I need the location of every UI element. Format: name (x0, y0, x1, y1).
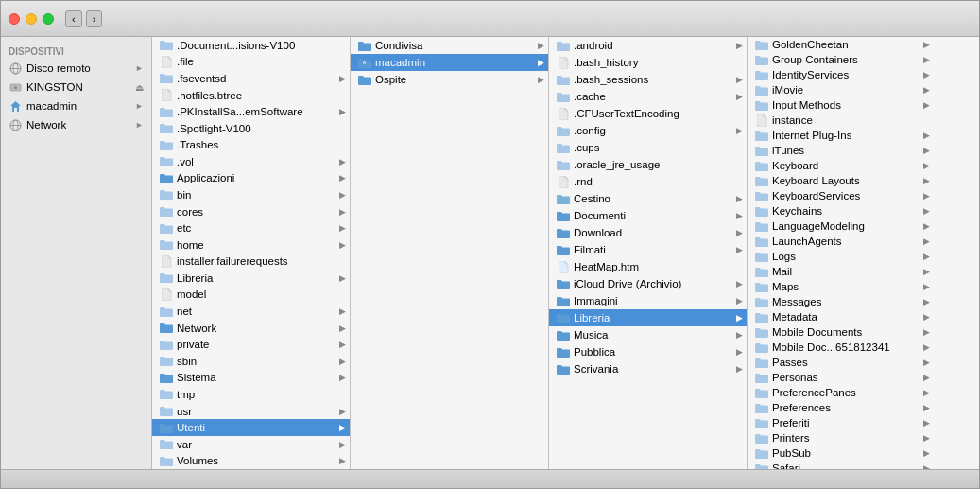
item-label: .Trashes (177, 139, 346, 150)
list-item[interactable]: Download▶ (549, 224, 747, 241)
list-item[interactable]: .cache▶ (549, 88, 747, 105)
list-item[interactable]: var▶ (152, 436, 350, 453)
list-item[interactable]: Sistema▶ (152, 370, 350, 387)
list-item[interactable]: IdentityServices▶ (748, 67, 934, 82)
list-item[interactable]: cores▶ (152, 203, 350, 220)
list-item[interactable]: .PKInstallSa...emSoftware▶ (152, 103, 350, 120)
maximize-button[interactable] (43, 13, 54, 25)
list-item[interactable]: Logs▶ (748, 249, 934, 264)
list-item[interactable]: Condivisa▶ (351, 37, 548, 54)
list-item[interactable]: private▶ (152, 336, 350, 353)
list-item[interactable]: .rnd (549, 173, 747, 190)
list-item[interactable]: Keyboard Layouts▶ (748, 173, 934, 188)
list-item[interactable]: .vol▶ (152, 153, 350, 170)
list-item[interactable]: .Spotlight-V100 (152, 120, 350, 137)
list-item[interactable]: usr▶ (152, 403, 350, 420)
list-item[interactable]: Libreria▶ (152, 270, 350, 287)
list-item[interactable]: Libreria▶ (549, 309, 747, 326)
list-item[interactable]: Preferiti▶ (748, 415, 934, 430)
list-item[interactable]: sbin▶ (152, 353, 350, 370)
list-item[interactable]: Personas▶ (748, 370, 934, 385)
list-item[interactable]: .file (152, 54, 350, 71)
sidebar-item-network[interactable]: Network ► (1, 115, 151, 134)
folder-icon (160, 271, 173, 285)
home-icon (9, 99, 22, 113)
list-item[interactable]: .config▶ (549, 122, 747, 139)
folder-icon (358, 39, 371, 52)
list-item[interactable]: .hotfiles.btree (152, 87, 350, 104)
list-item[interactable]: tmp (152, 386, 350, 403)
sidebar-label-macadmin: macadmin (26, 100, 77, 112)
list-item[interactable]: GoldenCheetan▶ (748, 37, 934, 52)
list-item[interactable]: Internet Plug-Ins▶ (748, 128, 934, 143)
list-item[interactable]: .cups (549, 139, 747, 156)
list-item[interactable]: Applicazioni▶ (152, 170, 350, 187)
list-item[interactable]: home▶ (152, 236, 350, 253)
list-item[interactable]: Mail▶ (748, 264, 934, 279)
close-button[interactable] (9, 13, 20, 25)
list-item[interactable]: HeatMap.htm (549, 258, 747, 275)
list-item[interactable]: Filmati▶ (549, 241, 747, 258)
list-item[interactable]: PubSub▶ (748, 445, 934, 461)
list-item[interactable]: Passes▶ (748, 355, 934, 370)
list-item[interactable]: Preferences▶ (748, 400, 934, 415)
list-item[interactable]: .CFUserTextEncoding (549, 105, 747, 122)
list-item[interactable]: iTunes▶ (748, 143, 934, 158)
list-item[interactable]: iMovie▶ (748, 82, 934, 97)
sidebar-item-disco-remoto[interactable]: Disco remoto ► (1, 59, 151, 78)
list-item[interactable]: bin▶ (152, 186, 350, 203)
sidebar-eject-kingston[interactable]: ⏏ (135, 82, 144, 93)
list-item[interactable]: Mobile Documents▶ (748, 324, 934, 340)
minimize-button[interactable] (26, 13, 37, 25)
file-icon (557, 107, 570, 120)
list-item[interactable]: Utenti▶ (152, 419, 350, 436)
list-item[interactable]: .bash_sessions▶ (549, 71, 747, 88)
list-item[interactable]: Printers▶ (748, 430, 934, 445)
chevron-right-icon: ▶ (923, 236, 930, 246)
list-item[interactable]: PreferencePanes▶ (748, 385, 934, 400)
back-button[interactable]: ‹ (65, 10, 82, 27)
item-label: .fseventsd (177, 73, 337, 84)
list-item[interactable]: Immagini▶ (549, 292, 747, 309)
list-item[interactable]: Scrivania▶ (549, 360, 747, 377)
list-item[interactable]: .bash_history (549, 54, 747, 71)
file-icon (557, 56, 570, 69)
list-item[interactable]: Musica▶ (549, 326, 747, 343)
folder-icon (557, 226, 570, 239)
list-item[interactable]: model (152, 287, 350, 304)
list-item[interactable]: Ospite▶ (351, 71, 548, 88)
list-item[interactable]: Network▶ (152, 320, 350, 337)
item-label: private (177, 339, 337, 350)
list-item[interactable]: Cestino▶ (549, 190, 747, 207)
list-item[interactable]: .fseventsd▶ (152, 70, 350, 87)
list-item[interactable]: .android▶ (549, 37, 747, 54)
list-item[interactable]: Pubblica▶ (549, 343, 747, 360)
list-item[interactable]: Keychains▶ (748, 203, 934, 218)
list-item[interactable]: .oracle_jre_usage (549, 156, 747, 173)
list-item[interactable]: iCloud Drive (Archivio)▶ (549, 275, 747, 292)
forward-button[interactable]: › (86, 10, 103, 27)
sidebar-item-kingston[interactable]: KINGSTON ⏏ (1, 78, 151, 96)
list-item[interactable]: Metadata▶ (748, 309, 934, 324)
list-item[interactable]: KeyboardServices▶ (748, 188, 934, 203)
list-item[interactable]: net▶ (152, 303, 350, 320)
list-item[interactable]: Documenti▶ (549, 207, 747, 224)
list-item[interactable]: etc▶ (152, 219, 350, 236)
list-item[interactable]: installer.failurerequests (152, 253, 350, 271)
list-item[interactable]: LaunchAgents▶ (748, 234, 934, 249)
list-item[interactable]: Volumes▶ (152, 452, 350, 469)
folder-icon (160, 171, 173, 184)
sidebar-item-macadmin[interactable]: macadmin ► (1, 96, 151, 115)
list-item[interactable]: Mobile Doc...651812341▶ (748, 340, 934, 355)
list-item[interactable]: Safari▶ (748, 461, 934, 469)
list-item[interactable]: macadmin▶ (351, 54, 548, 71)
list-item[interactable]: Messages▶ (748, 294, 934, 309)
list-item[interactable]: Keyboard▶ (748, 158, 934, 173)
list-item[interactable]: instance (748, 113, 934, 128)
list-item[interactable]: LanguageModeling▶ (748, 218, 934, 234)
list-item[interactable]: Maps▶ (748, 279, 934, 294)
list-item[interactable]: .Document...isions-V100 (152, 37, 350, 54)
list-item[interactable]: Group Containers▶ (748, 52, 934, 67)
list-item[interactable]: Input Methods▶ (748, 97, 934, 113)
list-item[interactable]: .Trashes (152, 136, 350, 153)
